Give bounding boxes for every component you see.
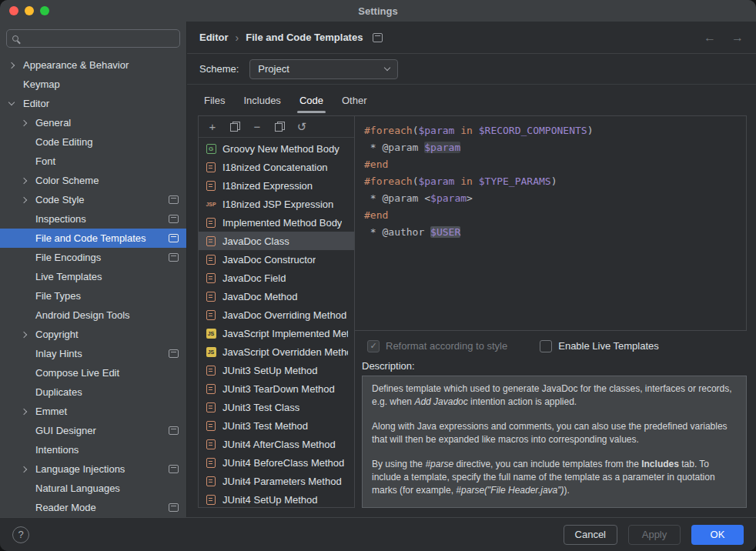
sidebar-item-compose-live-edit[interactable]: Compose Live Edit <box>0 363 186 382</box>
template-item-junit3-test-class[interactable]: JUnit3 Test Class <box>199 398 354 416</box>
sidebar-item-keymap[interactable]: Keymap <box>0 75 186 94</box>
maximize-window-button[interactable] <box>40 6 49 15</box>
description-box[interactable]: Defines template which used to generate … <box>362 376 747 508</box>
back-button[interactable]: ← <box>704 31 716 45</box>
template-item-javadoc-field[interactable]: JavaDoc Field <box>199 269 354 287</box>
breadcrumb: Editor › File and Code Templates <box>199 32 383 44</box>
sidebar-item-copyright[interactable]: Copyright <box>0 325 186 344</box>
sidebar-item-inlay-hints[interactable]: Inlay Hints <box>0 344 186 363</box>
template-item-javascript-implemented-met[interactable]: JSJavaScript Implemented Met <box>199 324 354 342</box>
template-item-junit4-setup-method[interactable]: JUnit4 SetUp Method <box>199 490 354 507</box>
code-line: #foreach($param in $RECORD_COMPONENTS) <box>364 122 737 139</box>
ok-button[interactable]: OK <box>691 525 744 545</box>
template-item-javadoc-class[interactable]: JavaDoc Class <box>199 232 354 250</box>
template-item-label: JUnit4 SetUp Method <box>222 494 318 506</box>
reformat-checkbox[interactable]: ✓ Reformat according to style <box>367 340 507 352</box>
help-button[interactable]: ? <box>12 526 29 543</box>
template-item-junit4-parameters-method[interactable]: JUnit4 Parameters Method <box>199 472 354 490</box>
tab-other[interactable]: Other <box>333 85 376 115</box>
template-item-javadoc-overriding-method[interactable]: JavaDoc Overriding Method <box>199 306 354 324</box>
js-file-icon: JS <box>205 347 217 357</box>
template-item-junit3-setup-method[interactable]: JUnit3 SetUp Method <box>199 361 354 379</box>
sidebar-item-language-injections[interactable]: Language Injections <box>0 459 186 479</box>
sidebar-item-reader-mode[interactable]: Reader Mode <box>0 498 186 517</box>
sidebar-item-duplicates[interactable]: Duplicates <box>0 382 186 402</box>
template-item-junit4-beforeclass-method[interactable]: JUnit4 BeforeClass Method <box>199 453 354 472</box>
template-editor[interactable]: #foreach($param in $RECORD_COMPONENTS) *… <box>355 115 747 331</box>
breadcrumb-separator-icon: › <box>236 32 239 44</box>
tab-code[interactable]: Code <box>290 85 333 115</box>
sidebar-item-inspections[interactable]: Inspections <box>0 209 186 229</box>
template-file-icon <box>205 292 217 302</box>
template-file-icon <box>205 495 217 505</box>
search-input[interactable] <box>23 33 174 45</box>
template-item-groovy-new-method-body[interactable]: GGroovy New Method Body <box>199 139 354 158</box>
template-item-junit3-teardown-method[interactable]: JUnit3 TearDown Method <box>199 379 354 398</box>
breadcrumb-item-editor[interactable]: Editor <box>199 32 229 43</box>
template-file-icon <box>205 402 217 412</box>
sidebar-item-label: Android Design Tools <box>35 309 130 321</box>
sidebar-item-file-and-code-templates[interactable]: File and Code Templates <box>0 229 186 248</box>
chevron-right-icon[interactable] <box>22 121 35 125</box>
sidebar-item-color-scheme[interactable]: Color Scheme <box>0 171 186 190</box>
add-template-button[interactable]: + <box>206 121 219 133</box>
sidebar-item-gui-designer[interactable]: GUI Designer <box>0 421 186 440</box>
template-item-i18nized-expression[interactable]: I18nized Expression <box>199 176 354 195</box>
template-file-icon <box>205 310 217 320</box>
apply-button[interactable]: Apply <box>628 525 681 545</box>
dialog-footer: ? Cancel Apply OK <box>0 517 756 551</box>
template-file-icon <box>205 366 217 376</box>
sidebar-item-label: Editor <box>23 98 49 109</box>
sidebar-item-code-editing[interactable]: Code Editing <box>0 132 186 152</box>
sidebar-item-emmet[interactable]: Emmet <box>0 402 186 421</box>
forward-button[interactable]: → <box>731 31 744 45</box>
chevron-right-icon[interactable] <box>22 332 35 337</box>
template-item-implemented-method-body[interactable]: Implemented Method Body <box>199 213 354 232</box>
template-item-junit4-afterclass-method[interactable]: JUnit4 AfterClass Method <box>199 435 354 453</box>
chevron-right-icon[interactable] <box>22 409 35 414</box>
chevron-right-icon[interactable] <box>22 198 35 202</box>
sidebar-item-font[interactable]: Font <box>0 152 186 171</box>
tab-includes[interactable]: Includes <box>234 85 289 115</box>
close-window-button[interactable] <box>9 6 18 15</box>
template-item-i18nized-concatenation[interactable]: I18nized Concatenation <box>199 158 354 176</box>
copy-template-button[interactable] <box>273 121 286 133</box>
search-field[interactable] <box>6 29 180 48</box>
templates-content: +−↺ GGroovy New Method BodyI18nized Conc… <box>198 115 747 508</box>
description-paragraph: By using the #parse directive, you can i… <box>372 458 737 498</box>
sidebar-item-appearance-behavior[interactable]: Appearance & Behavior <box>0 55 186 75</box>
template-item-javascript-overridden-metho[interactable]: JSJavaScript Overridden Metho <box>199 342 354 361</box>
description-label: Description: <box>362 360 747 372</box>
template-item-i18nized-jsp-expression[interactable]: JSPI18nized JSP Expression <box>199 195 354 213</box>
cancel-button[interactable]: Cancel <box>564 525 617 545</box>
template-options: ✓ Reformat according to style Enable Liv… <box>355 331 747 354</box>
sidebar-item-live-templates[interactable]: Live Templates <box>0 267 186 286</box>
sidebar-item-code-style[interactable]: Code Style <box>0 190 186 209</box>
template-item-javadoc-constructor[interactable]: JavaDoc Constructor <box>199 250 354 269</box>
sidebar-item-natural-languages[interactable]: Natural Languages <box>0 479 186 498</box>
remove-template-button[interactable]: − <box>251 121 263 133</box>
sidebar-item-editor[interactable]: Editor <box>0 94 186 113</box>
template-tabs: FilesIncludesCodeOther <box>187 85 756 115</box>
reset-templates-button[interactable]: ↺ <box>296 121 308 133</box>
chevron-down-icon[interactable] <box>9 102 23 105</box>
template-item-label: JavaDoc Class <box>222 235 289 247</box>
template-item-javadoc-method[interactable]: JavaDoc Method <box>199 287 354 306</box>
screen-badge-icon <box>169 465 179 473</box>
sidebar-item-file-encodings[interactable]: File Encodings <box>0 248 186 267</box>
chevron-right-icon[interactable] <box>22 467 35 472</box>
template-list-panel: +−↺ GGroovy New Method BodyI18nized Conc… <box>198 115 355 508</box>
create-child-template-button[interactable] <box>229 121 241 133</box>
sidebar-item-intentions[interactable]: Intentions <box>0 440 186 459</box>
chevron-right-icon[interactable] <box>22 179 35 183</box>
sidebar-item-android-design-tools[interactable]: Android Design Tools <box>0 306 186 325</box>
sidebar-item-general[interactable]: General <box>0 113 186 132</box>
minimize-window-button[interactable] <box>25 6 34 15</box>
tab-files[interactable]: Files <box>195 85 234 115</box>
scheme-select[interactable]: Project <box>249 59 398 79</box>
enable-live-templates-checkbox[interactable]: Enable Live Templates <box>540 340 659 352</box>
chevron-right-icon[interactable] <box>9 63 23 68</box>
template-item-junit3-test-method[interactable]: JUnit3 Test Method <box>199 416 354 435</box>
sidebar-item-file-types[interactable]: File Types <box>0 286 186 306</box>
template-item-label: JUnit3 Test Method <box>222 420 308 432</box>
